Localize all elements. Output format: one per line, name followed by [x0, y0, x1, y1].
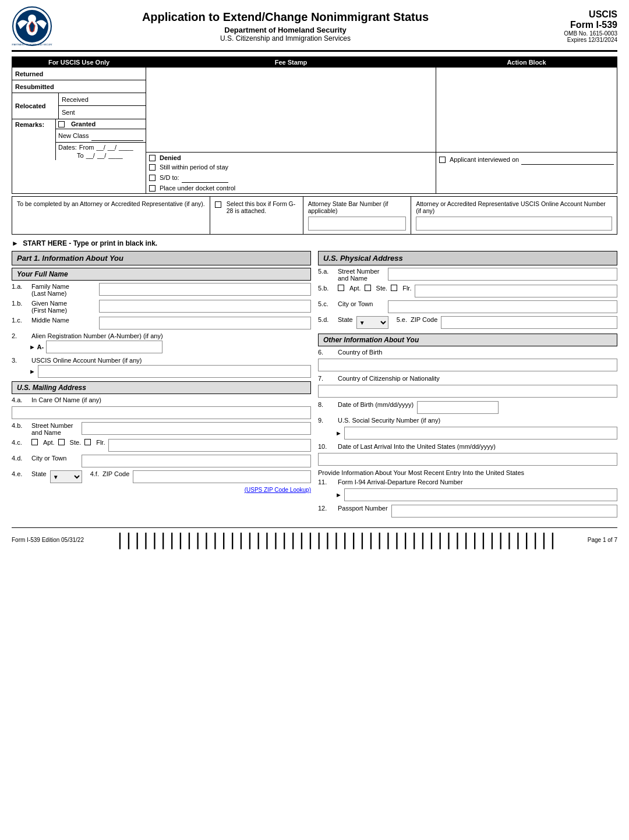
field-4b-row: 4.b. Street Numberand Name [12, 422, 311, 436]
field-4c-row: 4.c. Apt. Ste. Flr. [12, 439, 311, 452]
field-1b-row: 1.b. Given Name(First Name) [12, 300, 311, 314]
attorney-acct-col: Attorney or Accredited Representative US… [411, 197, 617, 234]
ste-checkbox[interactable] [58, 439, 65, 445]
applicant-interviewed-checkbox[interactable] [439, 157, 446, 163]
middle-name-input[interactable] [99, 317, 311, 329]
a-number-input[interactable] [46, 341, 162, 353]
left-column: Part 1. Information About You Your Full … [12, 251, 311, 520]
field-5c-label: City or Town [338, 300, 384, 307]
i94-input[interactable] [344, 488, 617, 501]
field-4a-input-row [12, 406, 311, 419]
attorney-acct-label: Attorney or Accredited Representative US… [416, 200, 612, 214]
field-4a-row: 4.a. In Care Of Name (if any) [12, 396, 311, 403]
attorney-block: To be completed by an Attorney or Accred… [12, 196, 617, 235]
field-3-wrapper: 3. USCIS Online Account Number (if any) … [12, 357, 311, 378]
attorney-bar-input[interactable] [308, 217, 406, 231]
page: DEPARTMENT OF HOMELAND SECURITY Applicat… [0, 0, 629, 840]
phys-street-input[interactable] [388, 268, 617, 281]
provide-info-label: Provide Information About Your Most Rece… [318, 469, 524, 476]
field-4b-num: 4.b. [12, 422, 28, 429]
given-name-input[interactable] [99, 300, 311, 313]
field-5c-row: 5.c. City or Town [318, 300, 617, 313]
flr-checkbox[interactable] [84, 439, 91, 445]
apt-checkbox[interactable] [31, 439, 38, 445]
dept-name: Department of Homeland Security [58, 26, 513, 34]
field-2-wrapper: 2. Alien Registration Number (A-Number) … [12, 332, 311, 353]
passport-input[interactable] [391, 505, 617, 518]
sd-to-input[interactable] [182, 172, 228, 183]
field-9-num: 9. [318, 417, 334, 424]
attorney-bar-label: Attorney State Bar Number (if applicable… [308, 200, 406, 214]
granted-checkbox[interactable] [58, 121, 65, 127]
zip-code-input[interactable] [133, 470, 311, 483]
place-docket-label: Place under docket control [160, 185, 235, 192]
place-docket-checkbox[interactable] [149, 185, 156, 192]
page-header: DEPARTMENT OF HOMELAND SECURITY Applicat… [12, 6, 617, 52]
field-11-row: 11. Form I-94 Arrival-Departure Record N… [318, 479, 617, 485]
g28-checkbox-row: Select this box if Form G-28 is attached… [215, 200, 298, 214]
state-select[interactable]: ▼ [50, 470, 82, 483]
apt-number-input[interactable] [108, 439, 311, 452]
field-1a-row: 1.a. Family Name(Last Name) [12, 283, 311, 297]
denied-checkbox[interactable] [149, 155, 156, 161]
sd-to-checkbox[interactable] [149, 175, 156, 181]
street-number-input[interactable] [82, 422, 311, 435]
phys-zip-input[interactable] [441, 316, 617, 329]
received-label: Received [59, 93, 146, 106]
field-5e-num: 5.e. [397, 316, 407, 323]
field-4e-label: State [31, 470, 47, 477]
usps-link-row: (USPS ZIP Code Lookup) [12, 486, 311, 493]
provide-info-text: Provide Information About Your Most Rece… [318, 469, 617, 476]
field-8-num: 8. [318, 401, 334, 408]
remarks-label: Remarks: [12, 119, 56, 160]
ssn-arrow: ► [335, 430, 342, 437]
remarks-section: Remarks: Granted New Class [12, 119, 146, 160]
field-6-label: Country of Birth [338, 349, 382, 356]
header-center: Application to Extend/Change Nonimmigran… [58, 10, 513, 42]
field-7-num: 7. [318, 375, 334, 382]
fee-stamp-col: Fee Stamp Denied Still within period of … [146, 57, 436, 193]
g28-checkbox[interactable] [215, 201, 221, 208]
country-birth-input[interactable] [318, 359, 617, 371]
phys-ste-label: Ste. [376, 285, 388, 292]
field-5a-label: Street Numberand Name [338, 268, 384, 282]
country-citizenship-input[interactable] [318, 385, 617, 398]
phys-flr-checkbox[interactable] [391, 285, 397, 291]
phys-apt-number-input[interactable] [415, 285, 617, 297]
ssn-input[interactable] [344, 427, 617, 440]
new-class-input[interactable] [91, 130, 143, 141]
still-within-row: Still within period of stay [149, 164, 433, 171]
field-4c-num: 4.c. [12, 439, 28, 446]
field-1c-label: Middle Name [31, 317, 96, 324]
usps-link[interactable]: (USPS ZIP Code Lookup) [245, 487, 311, 493]
applicant-interviewed-input[interactable] [521, 154, 614, 165]
phys-ste-checkbox[interactable] [365, 285, 371, 291]
apt-label: Apt. [43, 439, 55, 446]
family-name-input[interactable] [99, 283, 311, 296]
phys-city-input[interactable] [388, 300, 617, 313]
resubmitted-row: Resubmitted [12, 80, 146, 93]
last-arrival-input[interactable] [318, 453, 617, 466]
uscis-acct-input[interactable] [38, 365, 311, 378]
denied-row: Denied [149, 154, 433, 161]
field-8-label: Date of Birth (mm/dd/yyyy) [338, 401, 414, 408]
field-12-row: 12. Passport Number [318, 505, 617, 518]
dob-input[interactable] [417, 401, 499, 414]
field-1b-num: 1.b. [12, 300, 28, 307]
action-block-header: Action Block [436, 57, 617, 68]
applicant-interviewed-label: Applicant interviewed on [450, 156, 519, 163]
form-number: Form I-539 [513, 20, 617, 30]
relocated-label: Relocated [12, 93, 59, 119]
attorney-acct-input[interactable] [416, 217, 612, 231]
care-of-input[interactable] [12, 406, 311, 419]
field-9-label: U.S. Social Security Number (if any) [338, 417, 440, 424]
field-6-num: 6. [318, 349, 334, 356]
phys-state-select[interactable]: ▼ [356, 316, 388, 329]
action-block-body [436, 68, 617, 152]
field-2-label-row: 2. Alien Registration Number (A-Number) … [12, 332, 311, 339]
still-within-checkbox[interactable] [149, 164, 156, 171]
flr-label: Flr. [96, 439, 105, 446]
field-2-label: Alien Registration Number (A-Number) (if… [31, 332, 163, 339]
phys-apt-checkbox[interactable] [338, 285, 344, 291]
city-town-input[interactable] [82, 455, 311, 467]
